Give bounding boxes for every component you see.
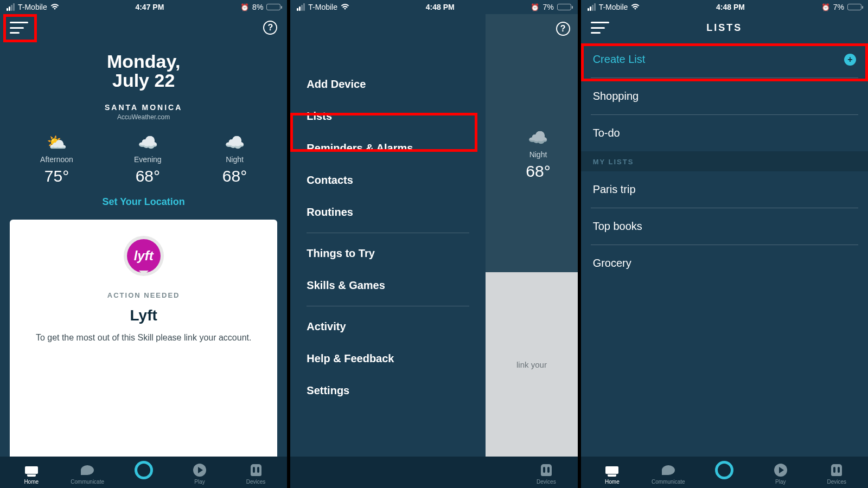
list-item[interactable]: Grocery	[581, 245, 868, 281]
sun-cloud-icon: ⛅	[47, 133, 67, 152]
alexa-ring-icon	[715, 461, 733, 479]
list-item-shopping[interactable]: Shopping	[581, 78, 868, 114]
wifi-icon	[50, 3, 59, 12]
tab-communicate[interactable]: Communicate	[59, 463, 115, 485]
tab-home[interactable]: Home	[3, 463, 59, 485]
tab-devices[interactable]: Devices	[228, 463, 284, 485]
clock: 4:48 PM	[349, 3, 531, 11]
alexa-ring-icon	[135, 461, 153, 479]
help-icon[interactable]: ?	[556, 22, 570, 36]
screenshot-3-lists: T-Mobile 4:48 PM ⏰ 7% LISTS Create List …	[581, 0, 868, 488]
menu-things-to-try[interactable]: Things to Try	[290, 237, 486, 269]
weather-source: AccuWeather.com	[117, 113, 170, 121]
speech-icon	[81, 465, 94, 475]
weather-afternoon: ⛅ Afternoon 75°	[40, 133, 73, 185]
clock: 4:48 PM	[640, 3, 821, 11]
list-item[interactable]: Top books	[581, 208, 868, 245]
menu-reminders[interactable]: Reminders & Alarms	[290, 132, 486, 164]
menu-add-device[interactable]: Add Device	[290, 68, 486, 100]
my-lists-header: MY LISTS	[581, 151, 868, 171]
menu-settings[interactable]: Settings	[290, 375, 486, 407]
battery-icon	[557, 4, 571, 10]
tab-devices[interactable]: Devices	[808, 463, 864, 485]
tab-devices[interactable]: Devices	[518, 463, 574, 485]
wifi-icon	[631, 3, 640, 12]
status-bar: T-Mobile 4:47 PM ⏰ 8%	[0, 0, 287, 14]
menu-button[interactable]	[10, 21, 28, 35]
devices-icon	[541, 464, 552, 476]
screenshot-1-home: T-Mobile 4:47 PM ⏰ 8% ? Monday, July 22 …	[0, 0, 287, 488]
moon-cloud-icon: ☁️	[528, 128, 548, 147]
tab-communicate[interactable]: Communicate	[640, 463, 696, 485]
speech-icon	[662, 465, 675, 475]
menu-routines[interactable]: Routines	[290, 196, 486, 228]
tab-alexa[interactable]: .	[697, 463, 752, 485]
home-icon	[25, 466, 38, 474]
play-icon	[193, 464, 206, 477]
tab-bar: Home Communicate . Play Devices	[0, 457, 287, 488]
lyft-logo-icon: lyft	[124, 236, 164, 276]
status-bar: T-Mobile 4:48 PM ⏰ 7%	[290, 0, 577, 14]
weather-row: ⛅ Afternoon 75° ☁️ Evening 68° ☁️ Night …	[10, 133, 277, 185]
battery-pct: 7%	[833, 3, 844, 11]
skill-card[interactable]: lyft ACTION NEEDED Lyft To get the most …	[10, 220, 277, 457]
date-monthday: July 22	[112, 70, 175, 91]
tab-home[interactable]: Home	[584, 463, 640, 485]
tab-bar: Devices	[290, 457, 577, 488]
signal-icon	[297, 3, 305, 11]
menu-activity[interactable]: Activity	[290, 311, 486, 343]
clock: 4:47 PM	[59, 3, 240, 11]
weather-evening: ☁️ Evening 68°	[134, 133, 162, 185]
set-location-link[interactable]: Set Your Location	[102, 196, 184, 208]
list-item[interactable]: Paris trip	[581, 171, 868, 208]
moon-cloud-icon: ☁️	[138, 133, 158, 152]
location-city: SANTA MONICA	[105, 103, 182, 112]
alarm-icon: ⏰	[531, 3, 539, 11]
battery-icon	[266, 4, 280, 10]
devices-icon	[831, 464, 842, 476]
menu-help[interactable]: Help & Feedback	[290, 343, 486, 375]
menu-contacts[interactable]: Contacts	[290, 164, 486, 196]
plus-icon: +	[844, 54, 856, 66]
list-item-todo[interactable]: To-do	[581, 115, 868, 151]
card-brand: Lyft	[130, 307, 157, 324]
battery-icon	[847, 4, 861, 10]
carrier-label: T-Mobile	[18, 3, 47, 11]
battery-pct: 8%	[252, 3, 263, 11]
date-weekday: Monday,	[107, 51, 180, 72]
status-bar: T-Mobile 4:48 PM ⏰ 7%	[581, 0, 868, 14]
carrier-label: T-Mobile	[308, 3, 337, 11]
moon-cloud-icon: ☁️	[225, 133, 245, 152]
page-title: LISTS	[609, 22, 840, 34]
side-menu: Add Device Lists Reminders & Alarms Cont…	[290, 14, 486, 488]
home-icon	[605, 466, 618, 474]
card-tag: ACTION NEEDED	[107, 291, 180, 299]
alarm-icon: ⏰	[240, 3, 249, 11]
card-desc: To get the most out of this Skill please…	[36, 332, 252, 344]
dimmed-card-fragment: link your	[486, 272, 577, 457]
weather-night: ☁️ Night 68°	[222, 133, 247, 185]
devices-icon	[251, 464, 261, 476]
help-icon[interactable]: ?	[263, 21, 277, 35]
tab-alexa[interactable]: .	[116, 463, 171, 485]
signal-icon	[7, 3, 15, 11]
create-list-label: Create List	[593, 53, 646, 66]
create-list-button[interactable]: Create List +	[581, 41, 868, 78]
tab-play[interactable]: Play	[752, 463, 808, 485]
menu-button[interactable]	[591, 21, 609, 35]
tab-bar: Home Communicate . Play Devices	[581, 457, 868, 488]
signal-icon	[588, 3, 596, 11]
wifi-icon	[341, 3, 349, 12]
battery-pct: 7%	[542, 3, 553, 11]
alarm-icon: ⏰	[821, 3, 830, 11]
screenshot-2-menu: T-Mobile 4:48 PM ⏰ 7% ? ☁️ Night 68° lin…	[290, 0, 577, 488]
play-icon	[774, 464, 787, 477]
carrier-label: T-Mobile	[599, 3, 628, 11]
menu-skills-games[interactable]: Skills & Games	[290, 269, 486, 301]
menu-lists[interactable]: Lists	[290, 100, 486, 132]
tab-play[interactable]: Play	[171, 463, 227, 485]
